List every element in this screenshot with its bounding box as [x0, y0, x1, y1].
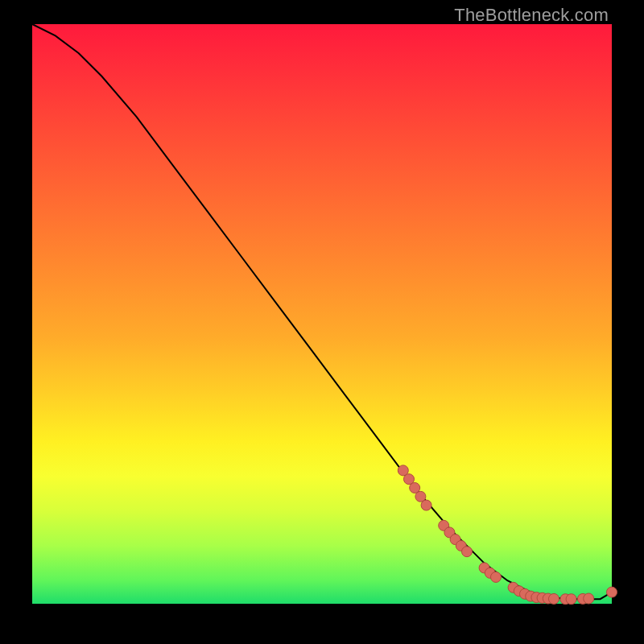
chart-svg — [32, 24, 612, 604]
data-marker — [549, 593, 559, 604]
data-marker — [584, 593, 594, 604]
data-marker — [607, 587, 617, 597]
data-marker — [421, 500, 431, 510]
plot-area — [32, 24, 612, 604]
curve-line — [32, 24, 612, 599]
data-marker — [491, 572, 502, 582]
chart-frame: TheBottleneck.com — [0, 0, 644, 644]
data-marker — [566, 594, 576, 605]
data-markers — [398, 465, 617, 605]
watermark-text: TheBottleneck.com — [454, 5, 609, 26]
data-marker — [462, 547, 473, 557]
